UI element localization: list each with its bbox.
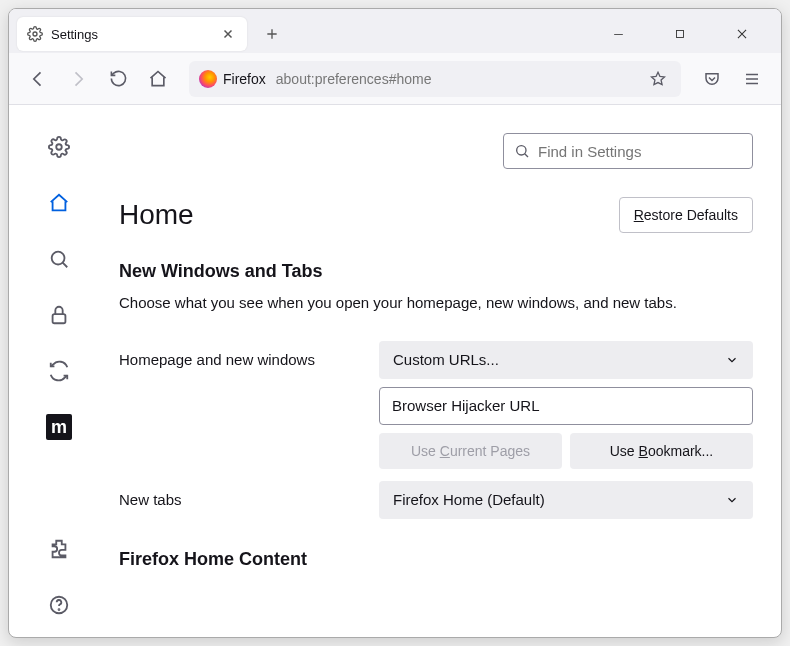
section-description: Choose what you see when you open your h… (119, 292, 753, 315)
homepage-dropdown[interactable]: Custom URLs... (379, 341, 753, 379)
url-text: about:preferences#home (276, 71, 635, 87)
close-tab-icon[interactable] (219, 25, 237, 43)
browser-tab[interactable]: Settings (17, 17, 247, 51)
site-identity[interactable]: Firefox (199, 70, 266, 88)
svg-point-3 (52, 252, 65, 265)
svg-rect-1 (677, 31, 684, 38)
app-menu-button[interactable] (735, 62, 769, 96)
search-icon (514, 143, 530, 159)
chevron-down-icon (725, 353, 739, 367)
sidebar-item-more-mozilla[interactable]: m (41, 409, 77, 445)
sidebar-item-privacy[interactable] (41, 297, 77, 333)
homepage-url-input[interactable] (379, 387, 753, 425)
svg-point-7 (517, 146, 526, 155)
sidebar: m (9, 105, 109, 637)
svg-rect-4 (53, 314, 66, 323)
chevron-down-icon (725, 493, 739, 507)
firefox-logo-icon (199, 70, 217, 88)
section-heading-home-content: Firefox Home Content (119, 549, 753, 570)
page-title: Home (119, 199, 194, 231)
sidebar-item-search[interactable] (41, 241, 77, 277)
pocket-button[interactable] (695, 62, 729, 96)
forward-button[interactable] (61, 62, 95, 96)
gear-icon (27, 26, 43, 42)
new-tab-button[interactable] (257, 19, 287, 49)
use-bookmark-button[interactable]: Use Bookmark... (570, 433, 753, 469)
svg-point-2 (56, 144, 62, 150)
section-heading-windows-tabs: New Windows and Tabs (119, 261, 753, 282)
sidebar-item-sync[interactable] (41, 353, 77, 389)
homepage-dropdown-value: Custom URLs... (393, 351, 499, 368)
site-identity-label: Firefox (223, 71, 266, 87)
svg-point-0 (33, 32, 37, 36)
window-maximize-button[interactable] (661, 19, 699, 49)
window-close-button[interactable] (723, 19, 761, 49)
url-bar[interactable]: Firefox about:preferences#home (189, 61, 681, 97)
sidebar-item-help[interactable] (41, 587, 77, 623)
mozilla-logo-icon: m (46, 414, 72, 440)
restore-defaults-button[interactable]: Restore Defaults (619, 197, 753, 233)
sidebar-item-home[interactable] (41, 185, 77, 221)
settings-search[interactable] (503, 133, 753, 169)
browser-toolbar: Firefox about:preferences#home (9, 53, 781, 105)
tab-title: Settings (51, 27, 211, 42)
home-button[interactable] (141, 62, 175, 96)
sidebar-item-general[interactable] (41, 129, 77, 165)
svg-point-6 (59, 609, 60, 610)
tab-bar: Settings (9, 9, 781, 53)
newtabs-label: New tabs (119, 481, 379, 508)
bookmark-star-icon[interactable] (645, 70, 671, 88)
window-minimize-button[interactable] (599, 19, 637, 49)
reload-button[interactable] (101, 62, 135, 96)
homepage-label: Homepage and new windows (119, 341, 379, 368)
settings-search-input[interactable] (538, 143, 742, 160)
main-content: Home Restore Defaults New Windows and Ta… (109, 105, 781, 637)
newtabs-dropdown[interactable]: Firefox Home (Default) (379, 481, 753, 519)
use-current-pages-button[interactable]: Use Current Pages (379, 433, 562, 469)
sidebar-item-extensions[interactable] (41, 531, 77, 567)
newtabs-dropdown-value: Firefox Home (Default) (393, 491, 545, 508)
back-button[interactable] (21, 62, 55, 96)
